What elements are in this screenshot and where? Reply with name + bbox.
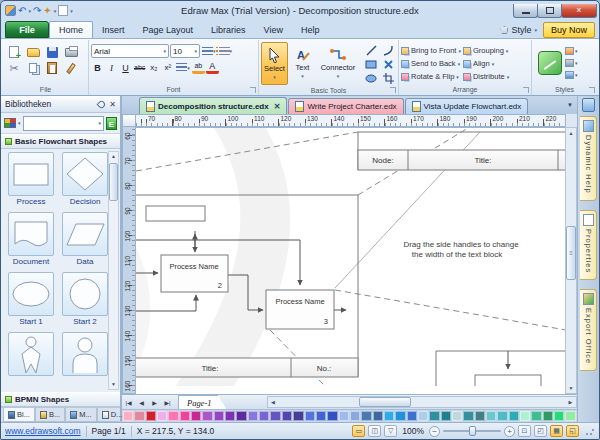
tab-close-icon[interactable]: ✕ [274,102,281,111]
shape-decision[interactable]: Decision [60,152,110,209]
arrange-rotate-flip[interactable]: Rotate & Flip▾ [401,70,461,83]
shape-process[interactable]: Process [6,152,56,209]
bold-button[interactable]: B [91,61,104,74]
pan-icon[interactable]: ✦ [43,6,51,16]
right-tab-properties[interactable]: Properties [580,210,597,280]
show-grid-button[interactable]: ▦ [550,425,563,437]
color-swatch[interactable] [497,411,507,421]
paste-button[interactable] [43,60,61,76]
ribbon-tab-page-layout[interactable]: Page Layout [134,21,203,38]
vertical-scroll-thumb[interactable]: ≡ [566,226,576,280]
font-size-combo[interactable]: 10▾ [170,44,200,58]
node-title-bar[interactable]: Node: Title: [358,132,565,170]
ribbon-tab-help[interactable]: Help [292,21,329,38]
print-preview-icon[interactable] [58,5,68,16]
ribbon-tab-file[interactable]: File [5,21,49,38]
color-swatch[interactable] [429,411,439,421]
shape-start2[interactable]: Start 2 [60,272,110,329]
zoom-slider-thumb[interactable] [469,426,476,436]
horizontal-scroll-thumb[interactable] [359,397,411,407]
color-swatch[interactable] [168,411,178,421]
section-bpmn-shapes[interactable]: BPMN Shapes [1,392,120,407]
document-tab-1[interactable]: Write Project Charter.edx [288,98,403,114]
zoom-out-button[interactable]: − [429,426,440,437]
maximize-button[interactable] [537,4,562,18]
save-button[interactable] [43,44,61,60]
document-tab-2[interactable]: Vista Update Flowchart.edx [405,98,529,114]
line-tool-button[interactable] [363,44,379,57]
color-swatch[interactable] [407,411,417,421]
resize-grip[interactable] [585,426,595,436]
color-swatch[interactable] [418,411,428,421]
color-swatch[interactable] [441,411,451,421]
color-swatch[interactable] [395,411,405,421]
line-style-button[interactable]: ▾ [565,70,579,80]
panel-close-icon[interactable]: ✕ [109,100,116,109]
minimize-button[interactable] [513,4,538,18]
close-button[interactable]: × [561,4,597,18]
font-color-button[interactable]: A [206,61,219,74]
arrange-bring-to-front[interactable]: Bring to Front▾ [401,44,461,57]
drawing-canvas[interactable]: Node: Title: Title: No.: [136,127,565,394]
align-button[interactable]: ▾ [201,45,217,58]
color-swatch[interactable] [214,411,224,421]
print-button[interactable] [62,44,80,60]
color-swatch[interactable] [475,411,485,421]
color-swatch[interactable] [486,411,496,421]
color-swatch[interactable] [282,411,292,421]
horizontal-scrollbar[interactable]: ◀ ▶ [267,396,577,408]
edrawsoft-link[interactable]: www.edrawsoft.com [5,426,81,436]
arc-tool-button[interactable] [380,44,396,57]
strikethrough-button[interactable]: abc [133,61,146,74]
library-tab-1[interactable]: B... [35,408,65,422]
italic-button[interactable]: I [105,61,118,74]
color-swatch[interactable] [134,411,144,421]
previous-page-button[interactable]: ◀ [135,399,148,406]
subscript-button[interactable]: x₂ [147,61,160,74]
ellipse-tool-button[interactable] [363,72,379,85]
ribbon-tab-insert[interactable]: Insert [93,21,134,38]
fill-style-button[interactable]: ▾ [565,46,579,56]
arrange-distribute[interactable]: Distribute▾ [463,70,509,83]
color-swatch[interactable] [373,411,383,421]
style-button[interactable]: Style ▾ [494,22,543,38]
color-swatch[interactable] [191,411,201,421]
arrange-send-to-back[interactable]: Send to Back▾ [401,57,461,70]
underline-button[interactable]: U [119,61,132,74]
color-swatch[interactable] [509,411,519,421]
color-swatch[interactable] [327,411,337,421]
color-swatch[interactable] [452,411,462,421]
quick-style-button[interactable] [538,51,562,75]
crop-tool-button[interactable] [380,72,396,85]
color-swatch[interactable] [350,411,360,421]
connector-tool-button[interactable]: Connector ▾ [317,42,359,85]
page-tab[interactable]: Page-1 [178,395,227,409]
color-swatch[interactable] [520,411,530,421]
shape-data[interactable]: Data [60,212,110,269]
redo-icon[interactable]: ↷ [33,6,41,16]
tab-overflow-icon[interactable]: ▼ [567,102,573,108]
rectangle-tool-button[interactable] [363,58,379,71]
color-swatch[interactable] [157,411,167,421]
library-palette-icon[interactable] [4,118,16,128]
shadow-style-button[interactable]: ▾ [565,58,579,68]
basic-tools-dialog-launcher[interactable] [390,87,396,93]
scroll-left-icon[interactable]: ◀ [268,399,279,405]
normal-view-button[interactable]: ▭ [352,425,365,437]
color-swatch[interactable] [316,411,326,421]
select-tool-button[interactable]: Select ▾ [261,42,288,85]
text-tool-button[interactable]: A Text ▾ [289,42,316,85]
first-page-button[interactable]: |◀ [122,399,135,406]
scroll-right-icon[interactable]: ▶ [565,399,576,405]
color-swatch[interactable] [463,411,473,421]
zoom-region-button[interactable]: ◰ [534,425,547,437]
font-name-combo[interactable]: Arial▾ [91,44,169,58]
library-palette-dropdown[interactable]: ▾ [18,120,21,126]
snap-glue-button[interactable]: ◱ [566,425,579,437]
right-tab-export-office[interactable]: Export Office [580,289,597,371]
library-search-combo[interactable]: ▾ [23,116,104,131]
vertical-scrollbar[interactable]: ▲ ≡ ▼ [565,127,577,394]
line-spacing-button[interactable]: ▾ [175,61,191,74]
color-swatch[interactable] [531,411,541,421]
color-swatch[interactable] [293,411,303,421]
